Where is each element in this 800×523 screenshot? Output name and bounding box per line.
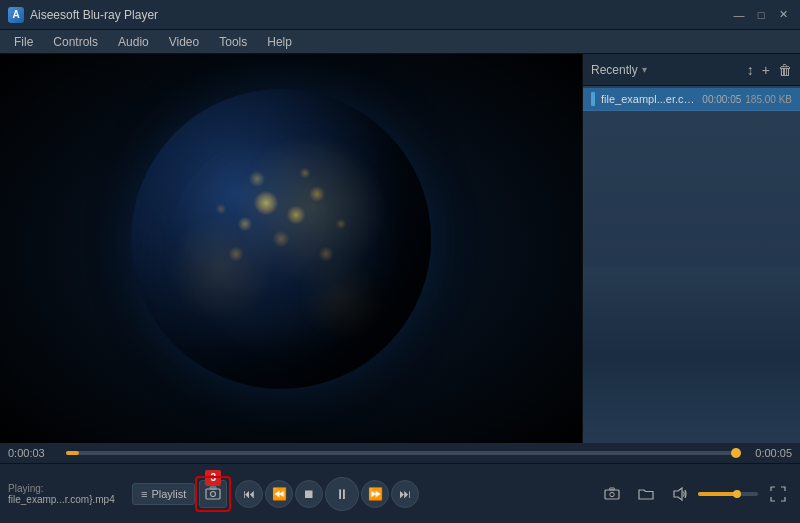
close-button[interactable]: ✕ [774, 6, 792, 24]
transport-controls: ⏮ ⏪ ⏹ ⏸ ⏩ ⏭ [235, 477, 419, 511]
title-bar: A Aiseesoft Blu-ray Player — □ ✕ [0, 0, 800, 30]
right-controls [598, 480, 792, 508]
fullscreen-button[interactable] [764, 480, 792, 508]
main-area: Recently ▾ ↕ + 🗑 file_exampl...er.com).m… [0, 54, 800, 443]
svg-marker-6 [674, 488, 682, 500]
playlist-item-time: 00:00:05 [702, 94, 741, 105]
playlist-icon: ≡ [141, 488, 147, 500]
volume-icon [672, 486, 688, 502]
camera-icon [604, 486, 620, 502]
stop-button[interactable]: ⏹ [295, 480, 323, 508]
playing-label: Playing: [8, 483, 128, 494]
play-pause-button[interactable]: ⏸ [325, 477, 359, 511]
progress-thumb [731, 448, 741, 458]
current-time: 0:00:03 [8, 447, 58, 459]
title-text: Aiseesoft Blu-ray Player [30, 8, 730, 22]
playlist-item-size: 185.00 KB [745, 94, 792, 105]
playlist-title-button[interactable]: Recently ▾ [591, 63, 647, 77]
right-panel-background [583, 267, 800, 444]
video-canvas [0, 54, 582, 443]
minimize-button[interactable]: — [730, 6, 748, 24]
controls-bar: Playing: file_examp...r.com}.mp4 ≡ Playl… [0, 463, 800, 523]
volume-track[interactable] [698, 492, 758, 496]
playlist-btn-label: Playlist [151, 488, 186, 500]
earth-globe [131, 89, 431, 389]
delete-icon[interactable]: 🗑 [778, 62, 792, 78]
playing-info: Playing: file_examp...r.com}.mp4 [8, 483, 128, 505]
window-controls: — □ ✕ [730, 6, 792, 24]
screenshot-button-wrapper: 3 [199, 480, 227, 508]
svg-point-4 [610, 492, 614, 496]
playlist-header-actions: ↕ + 🗑 [747, 62, 792, 78]
chevron-down-icon: ▾ [642, 64, 647, 75]
active-indicator [591, 92, 595, 106]
folder-icon [638, 486, 654, 502]
svg-rect-2 [210, 487, 216, 489]
progress-area: 0:00:03 0:00:05 [0, 443, 800, 463]
video-area [0, 54, 582, 443]
progress-fill [66, 451, 79, 455]
forward-button[interactable]: ⏩ [361, 480, 389, 508]
sort-icon[interactable]: ↕ [747, 62, 754, 78]
screenshot-icon [205, 486, 221, 502]
folder-button[interactable] [632, 480, 660, 508]
earth-container [131, 89, 451, 409]
svg-point-1 [211, 491, 216, 496]
camera-button[interactable] [598, 480, 626, 508]
prev-button[interactable]: ⏮ [235, 480, 263, 508]
menu-help[interactable]: Help [257, 33, 302, 51]
volume-section [666, 480, 758, 508]
right-panel: Recently ▾ ↕ + 🗑 file_exampl...er.com).m… [582, 54, 800, 443]
playlist-items: file_exampl...er.com).mp4 00:00:05 185.0… [583, 86, 800, 267]
total-time: 0:00:05 [742, 447, 792, 459]
menu-video[interactable]: Video [159, 33, 209, 51]
progress-track[interactable] [66, 451, 734, 455]
badge-3: 3 [205, 470, 221, 486]
menu-controls[interactable]: Controls [43, 33, 108, 51]
svg-rect-5 [610, 488, 615, 490]
svg-rect-0 [206, 489, 220, 499]
menu-tools[interactable]: Tools [209, 33, 257, 51]
maximize-button[interactable]: □ [752, 6, 770, 24]
menu-audio[interactable]: Audio [108, 33, 159, 51]
menu-bar: File Controls Audio Video Tools Help [0, 30, 800, 54]
fullscreen-icon [770, 486, 786, 502]
playlist-title-label: Recently [591, 63, 638, 77]
add-icon[interactable]: + [762, 62, 770, 78]
playlist-header: Recently ▾ ↕ + 🗑 [583, 54, 800, 86]
playing-filename: file_examp...r.com}.mp4 [8, 494, 123, 505]
playlist-item-name: file_exampl...er.com).mp4 [601, 93, 698, 105]
playlist-item[interactable]: file_exampl...er.com).mp4 00:00:05 185.0… [583, 88, 800, 111]
menu-file[interactable]: File [4, 33, 43, 51]
next-button[interactable]: ⏭ [391, 480, 419, 508]
volume-button[interactable] [666, 480, 694, 508]
rewind-button[interactable]: ⏪ [265, 480, 293, 508]
playlist-button[interactable]: ≡ Playlist [132, 483, 195, 505]
app-icon: A [8, 7, 24, 23]
volume-thumb [733, 490, 741, 498]
svg-rect-3 [605, 490, 619, 499]
